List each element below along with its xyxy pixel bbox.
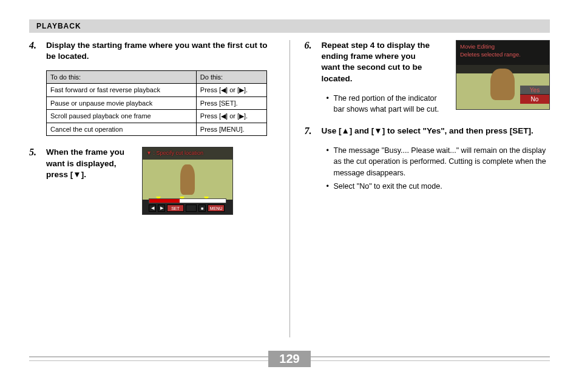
table-row: Fast forward or fast reverse playback Pr… (47, 84, 267, 97)
screenshot-topbar: Movie Editing Deletes selected range. (456, 41, 549, 65)
deer-figure (180, 164, 195, 195)
table-head-dothis: Do this: (196, 71, 266, 84)
step-4: 4. Display the starting frame where you … (29, 40, 275, 62)
left-column: 4. Display the starting frame where you … (29, 40, 290, 337)
stop-icon: ■ (198, 204, 206, 212)
table-row: Cancel the cut operation Press [MENU]. (47, 123, 267, 136)
section-header: PLAYBACK (29, 19, 550, 33)
menu-label: MENU (208, 204, 225, 212)
step-6-bullets: The red portion of the indicator bar sho… (327, 93, 442, 115)
step-number: 5. (29, 147, 41, 158)
step-number: 4. (29, 40, 41, 62)
screenshot-title: Movie Editing (460, 43, 546, 50)
option-no: No (520, 95, 549, 104)
step-text: When the frame you want is displayed, pr… (46, 147, 137, 180)
step-text: Display the starting frame where you wan… (46, 40, 275, 62)
screenshot-movie-editing: Movie Editing Deletes selected range. Ye… (456, 40, 550, 110)
footer-line (311, 356, 550, 361)
step-7: 7. Use [▲] and [▼] to select "Yes", and … (305, 126, 550, 137)
bullet: The red portion of the indicator bar sho… (327, 93, 442, 115)
table-cell: Press [SET]. (196, 97, 266, 110)
table-row: Scroll paused playback one frame Press [… (47, 110, 267, 123)
set-label: SET (167, 204, 184, 212)
table-cell: Press [◀] or [▶]. (196, 84, 266, 97)
bullet: Select "No" to exit the cut mode. (327, 181, 550, 192)
timeline-red-portion (149, 199, 180, 203)
left-arrow-icon: ◀ (149, 204, 156, 212)
right-column: 6. Repeat step 4 to display the ending f… (290, 40, 550, 337)
option-yes: Yes (520, 86, 549, 95)
table-cell: Press [MENU]. (196, 123, 266, 136)
step-5: 5. When the frame you want is displayed,… (29, 147, 275, 215)
button-row: ◀ ▶ SET ■ MENU (149, 204, 226, 213)
yes-no-menu: Yes No (520, 86, 549, 104)
right-arrow-icon: ▶ (158, 204, 165, 212)
table-head-todo: To do this: (47, 71, 197, 84)
page-footer: 129 (29, 350, 550, 368)
step-7-bullets: The message "Busy.... Please wait..." wi… (327, 145, 550, 192)
table-header-row: To do this: Do this: (47, 71, 267, 84)
table-cell: Scroll paused playback one frame (47, 110, 197, 123)
screenshot-subtitle: Deletes selected range. (460, 51, 546, 58)
content-columns: 4. Display the starting frame where you … (29, 40, 550, 337)
step-text: Repeat step 4 to display the ending fram… (322, 40, 431, 84)
step-number: 6. (305, 40, 317, 84)
footer-line (29, 356, 268, 361)
table-cell: Fast forward or fast reverse playback (47, 84, 197, 97)
bullet: The message "Busy.... Please wait..." wi… (327, 145, 550, 178)
page-number: 129 (268, 351, 310, 367)
table-cell: Cancel the cut operation (47, 123, 197, 136)
table-cell: Press [◀] or [▶]. (196, 110, 266, 123)
screenshot-specify-cut: ▼ : Specify cut location ◀ ▶ SET ■ MENU (142, 147, 233, 215)
step-number: 7. (305, 126, 317, 137)
deer-figure (490, 69, 515, 100)
table-cell: Pause or unpause movie playback (47, 97, 197, 110)
section-title: PLAYBACK (36, 22, 81, 30)
timeline-markers (149, 194, 226, 197)
timeline-bar (149, 198, 226, 203)
step-text: Use [▲] and [▼] to select "Yes", and the… (322, 126, 550, 137)
table-row: Pause or unpause movie playback Press [S… (47, 97, 267, 110)
screenshot-overlay-text: ▼ : Specify cut location (146, 150, 229, 156)
instruction-table: To do this: Do this: Fast forward or fas… (46, 70, 267, 136)
